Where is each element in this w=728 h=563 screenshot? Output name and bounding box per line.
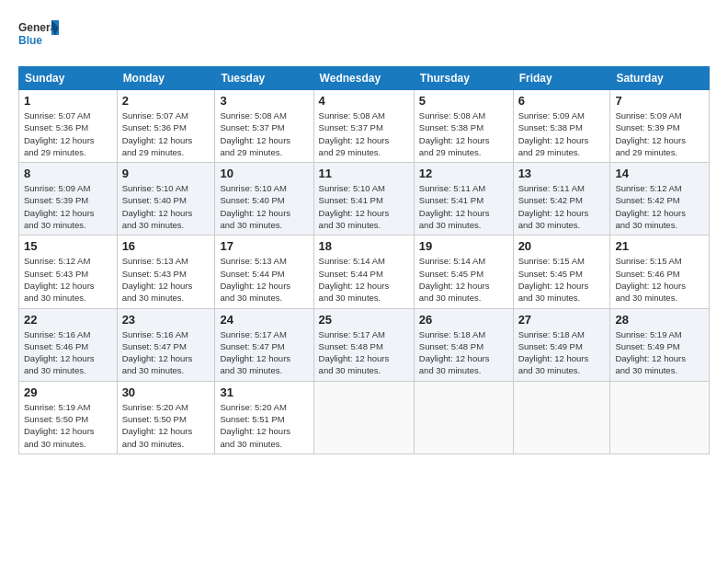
- calendar-cell: 13Sunrise: 5:11 AMSunset: 5:42 PMDayligh…: [513, 163, 610, 236]
- day-number: 22: [24, 313, 112, 327]
- day-header-thursday: Thursday: [414, 67, 513, 90]
- day-info: Sunrise: 5:12 AMSunset: 5:43 PMDaylight:…: [24, 255, 112, 304]
- calendar-week-4: 22Sunrise: 5:16 AMSunset: 5:46 PMDayligh…: [19, 308, 710, 381]
- calendar-cell: 19Sunrise: 5:14 AMSunset: 5:45 PMDayligh…: [414, 236, 513, 308]
- day-number: 4: [319, 94, 409, 108]
- day-info: Sunrise: 5:19 AMSunset: 5:49 PMDaylight:…: [615, 328, 704, 377]
- day-info: Sunrise: 5:15 AMSunset: 5:45 PMDaylight:…: [518, 255, 606, 304]
- calendar-cell: 26Sunrise: 5:18 AMSunset: 5:48 PMDayligh…: [414, 308, 513, 381]
- day-info: Sunrise: 5:16 AMSunset: 5:47 PMDaylight:…: [122, 328, 210, 377]
- calendar-cell: [313, 381, 414, 454]
- calendar-table: SundayMondayTuesdayWednesdayThursdayFrid…: [18, 66, 710, 454]
- day-number: 18: [319, 239, 409, 253]
- calendar-cell: 28Sunrise: 5:19 AMSunset: 5:49 PMDayligh…: [610, 308, 710, 381]
- day-info: Sunrise: 5:08 AMSunset: 5:37 PMDaylight:…: [319, 109, 409, 158]
- calendar-cell: 4Sunrise: 5:08 AMSunset: 5:37 PMDaylight…: [313, 90, 414, 163]
- calendar-cell: 2Sunrise: 5:07 AMSunset: 5:36 PMDaylight…: [117, 90, 215, 163]
- calendar-cell: 1Sunrise: 5:07 AMSunset: 5:36 PMDaylight…: [19, 90, 118, 163]
- logo: General Blue: [18, 17, 59, 57]
- calendar-cell: 8Sunrise: 5:09 AMSunset: 5:39 PMDaylight…: [19, 163, 118, 236]
- day-header-tuesday: Tuesday: [215, 67, 313, 90]
- day-header-wednesday: Wednesday: [313, 67, 414, 90]
- day-info: Sunrise: 5:13 AMSunset: 5:44 PMDaylight:…: [220, 255, 308, 304]
- calendar-cell: 7Sunrise: 5:09 AMSunset: 5:39 PMDaylight…: [610, 90, 710, 163]
- day-info: Sunrise: 5:07 AMSunset: 5:36 PMDaylight:…: [24, 109, 112, 158]
- day-info: Sunrise: 5:17 AMSunset: 5:48 PMDaylight:…: [319, 328, 409, 377]
- day-info: Sunrise: 5:20 AMSunset: 5:51 PMDaylight:…: [220, 401, 308, 450]
- day-info: Sunrise: 5:15 AMSunset: 5:46 PMDaylight:…: [615, 255, 704, 304]
- day-number: 9: [122, 167, 210, 180]
- calendar-cell: 16Sunrise: 5:13 AMSunset: 5:43 PMDayligh…: [117, 236, 215, 308]
- day-info: Sunrise: 5:12 AMSunset: 5:42 PMDaylight:…: [615, 182, 704, 231]
- day-number: 28: [615, 313, 704, 327]
- day-number: 8: [24, 167, 112, 180]
- day-number: 31: [220, 385, 308, 399]
- calendar-cell: 14Sunrise: 5:12 AMSunset: 5:42 PMDayligh…: [610, 163, 710, 236]
- day-info: Sunrise: 5:08 AMSunset: 5:37 PMDaylight:…: [220, 109, 308, 158]
- calendar-cell: 5Sunrise: 5:08 AMSunset: 5:38 PMDaylight…: [414, 90, 513, 163]
- calendar-cell: 12Sunrise: 5:11 AMSunset: 5:41 PMDayligh…: [414, 163, 513, 236]
- day-number: 16: [122, 239, 210, 253]
- calendar-cell: 25Sunrise: 5:17 AMSunset: 5:48 PMDayligh…: [313, 308, 414, 381]
- day-number: 1: [24, 94, 112, 108]
- calendar-cell: [513, 381, 610, 454]
- calendar-cell: 17Sunrise: 5:13 AMSunset: 5:44 PMDayligh…: [215, 236, 313, 308]
- day-info: Sunrise: 5:16 AMSunset: 5:46 PMDaylight:…: [24, 328, 112, 377]
- day-header-sunday: Sunday: [19, 67, 118, 90]
- day-info: Sunrise: 5:11 AMSunset: 5:42 PMDaylight:…: [518, 182, 606, 231]
- day-number: 30: [122, 385, 210, 399]
- day-info: Sunrise: 5:10 AMSunset: 5:40 PMDaylight:…: [122, 182, 210, 231]
- calendar-cell: 21Sunrise: 5:15 AMSunset: 5:46 PMDayligh…: [610, 236, 710, 308]
- calendar-week-5: 29Sunrise: 5:19 AMSunset: 5:50 PMDayligh…: [19, 381, 710, 454]
- calendar-cell: 15Sunrise: 5:12 AMSunset: 5:43 PMDayligh…: [19, 236, 118, 308]
- calendar-cell: 30Sunrise: 5:20 AMSunset: 5:50 PMDayligh…: [117, 381, 215, 454]
- day-header-friday: Friday: [513, 67, 610, 90]
- calendar-cell: 11Sunrise: 5:10 AMSunset: 5:41 PMDayligh…: [313, 163, 414, 236]
- day-number: 10: [220, 167, 308, 180]
- day-number: 23: [122, 313, 210, 327]
- calendar-cell: 18Sunrise: 5:14 AMSunset: 5:44 PMDayligh…: [313, 236, 414, 308]
- day-info: Sunrise: 5:10 AMSunset: 5:41 PMDaylight:…: [319, 182, 409, 231]
- calendar-header-row: SundayMondayTuesdayWednesdayThursdayFrid…: [19, 67, 710, 90]
- day-info: Sunrise: 5:17 AMSunset: 5:47 PMDaylight:…: [220, 328, 308, 377]
- day-info: Sunrise: 5:14 AMSunset: 5:45 PMDaylight:…: [419, 255, 508, 304]
- calendar-cell: 3Sunrise: 5:08 AMSunset: 5:37 PMDaylight…: [215, 90, 313, 163]
- day-header-monday: Monday: [117, 67, 215, 90]
- calendar-week-3: 15Sunrise: 5:12 AMSunset: 5:43 PMDayligh…: [19, 236, 710, 308]
- calendar-cell: 31Sunrise: 5:20 AMSunset: 5:51 PMDayligh…: [215, 381, 313, 454]
- day-number: 21: [615, 239, 704, 253]
- day-info: Sunrise: 5:09 AMSunset: 5:39 PMDaylight:…: [24, 182, 112, 231]
- day-info: Sunrise: 5:07 AMSunset: 5:36 PMDaylight:…: [122, 109, 210, 158]
- svg-text:Blue: Blue: [18, 34, 42, 47]
- day-info: Sunrise: 5:18 AMSunset: 5:49 PMDaylight:…: [518, 328, 606, 377]
- header: General Blue: [18, 17, 710, 57]
- day-number: 5: [419, 94, 508, 108]
- day-number: 29: [24, 385, 112, 399]
- calendar-cell: 23Sunrise: 5:16 AMSunset: 5:47 PMDayligh…: [117, 308, 215, 381]
- calendar-cell: 20Sunrise: 5:15 AMSunset: 5:45 PMDayligh…: [513, 236, 610, 308]
- calendar-cell: [414, 381, 513, 454]
- day-number: 3: [220, 94, 308, 108]
- calendar-cell: 24Sunrise: 5:17 AMSunset: 5:47 PMDayligh…: [215, 308, 313, 381]
- calendar-cell: 27Sunrise: 5:18 AMSunset: 5:49 PMDayligh…: [513, 308, 610, 381]
- calendar-cell: 9Sunrise: 5:10 AMSunset: 5:40 PMDaylight…: [117, 163, 215, 236]
- day-number: 19: [419, 239, 508, 253]
- day-number: 2: [122, 94, 210, 108]
- day-info: Sunrise: 5:08 AMSunset: 5:38 PMDaylight:…: [419, 109, 508, 158]
- day-number: 12: [419, 167, 508, 180]
- calendar-cell: 22Sunrise: 5:16 AMSunset: 5:46 PMDayligh…: [19, 308, 118, 381]
- logo-svg: General Blue: [18, 17, 59, 57]
- page: General Blue SundayMondayTuesdayWednesda…: [0, 0, 728, 563]
- day-info: Sunrise: 5:14 AMSunset: 5:44 PMDaylight:…: [319, 255, 409, 304]
- calendar-cell: 29Sunrise: 5:19 AMSunset: 5:50 PMDayligh…: [19, 381, 118, 454]
- day-info: Sunrise: 5:09 AMSunset: 5:39 PMDaylight:…: [615, 109, 704, 158]
- calendar-cell: [610, 381, 710, 454]
- day-number: 17: [220, 239, 308, 253]
- day-number: 14: [615, 167, 704, 180]
- day-number: 15: [24, 239, 112, 253]
- day-number: 26: [419, 313, 508, 327]
- day-number: 6: [518, 94, 606, 108]
- day-info: Sunrise: 5:09 AMSunset: 5:38 PMDaylight:…: [518, 109, 606, 158]
- day-number: 25: [319, 313, 409, 327]
- day-number: 13: [518, 167, 606, 180]
